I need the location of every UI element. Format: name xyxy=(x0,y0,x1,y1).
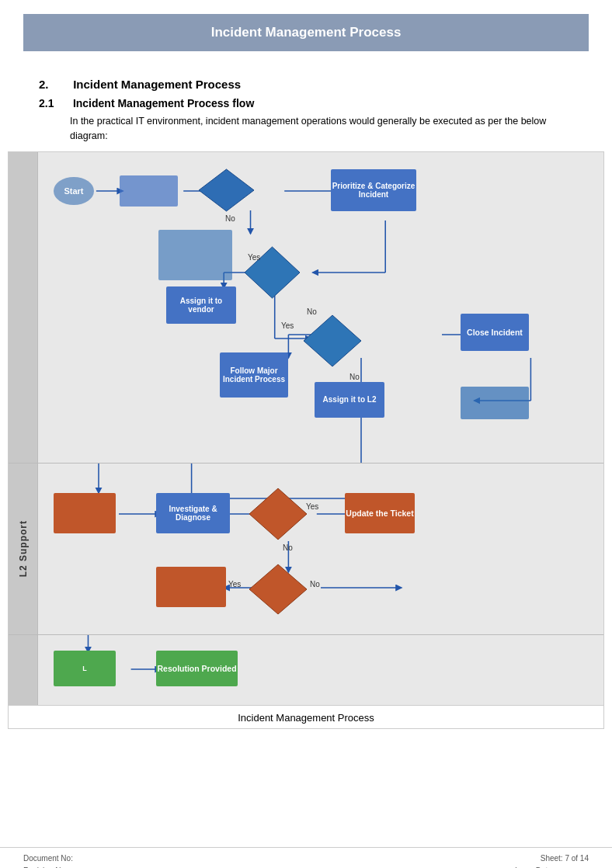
investigate-shape: Investigate & Diagnose xyxy=(156,493,230,533)
l2-flow-area: Investigate & Diagnose Yes Update the Ti… xyxy=(38,464,603,634)
assign-vendor-shape: Assign it to vendor xyxy=(166,286,236,324)
sheet: Sheet: 7 of 14 xyxy=(515,852,589,865)
update-ticket-shape: Update the Ticket xyxy=(345,493,415,533)
footer-right: Sheet: 7 of 14 Issue Date: xx-xxx-xx xyxy=(515,852,589,868)
green-rect: L xyxy=(54,651,116,686)
label-yes4: Yes xyxy=(228,580,241,589)
footer: Document No: Revision No: Sheet: 7 of 14… xyxy=(0,847,612,868)
l2-svg-overlay xyxy=(38,464,603,634)
resolution-shape: Resolution Provided xyxy=(156,651,238,686)
label-yes2: Yes xyxy=(281,321,294,330)
follow-major-shape: Follow Major Incident Process xyxy=(220,352,288,398)
section-21-label: Incident Management Process flow xyxy=(73,97,254,109)
diamond-1 xyxy=(197,168,256,213)
footer-left: Document No: Revision No: xyxy=(23,852,73,868)
section-21-title: 2.1 Incident Management Process flow xyxy=(39,97,573,109)
l2-swimlane-label: L2 Support xyxy=(18,520,29,577)
assign-l2-shape: Assign it to L2 xyxy=(315,382,384,418)
header-title: Incident Management Process xyxy=(211,25,402,40)
svg-marker-30 xyxy=(249,488,307,540)
diamond-4 xyxy=(248,487,308,541)
diagram-caption: Incident Management Process xyxy=(9,705,603,728)
resolution-flow-area: L Resolution Provided xyxy=(38,635,603,705)
svg-marker-18 xyxy=(199,169,254,211)
section-21-num: 2.1 xyxy=(39,97,70,109)
prioritize-shape: Prioritize & Categorize Incident xyxy=(331,169,416,211)
rev-no: Revision No: xyxy=(23,865,73,868)
blurred-rect-right xyxy=(461,387,529,419)
label-no3: No xyxy=(349,373,360,381)
header-bar: Incident Management Process xyxy=(23,14,589,51)
swimlane-container: Start Prioritize & Categorize Incident N… xyxy=(9,152,603,705)
bottom-svg-overlay xyxy=(38,635,603,705)
section-2-title: 2. Incident Management Process xyxy=(39,78,573,91)
page: Incident Management Process 2. Incident … xyxy=(0,14,612,868)
svg-marker-20 xyxy=(304,315,361,366)
start-shape: Start xyxy=(54,177,94,205)
svg-marker-31 xyxy=(249,564,307,614)
description-text: In the practical IT environment, inciden… xyxy=(70,114,573,144)
label-yes1: Yes xyxy=(248,253,260,262)
label-yes3: Yes xyxy=(306,502,318,511)
orange-rect-1 xyxy=(54,493,116,533)
section-2-num: 2. xyxy=(39,78,70,91)
blurred-rect-left xyxy=(158,230,232,280)
label-no5: No xyxy=(310,580,320,589)
doc-no: Document No: xyxy=(23,852,73,865)
close-incident-shape: Close Incident xyxy=(461,314,529,351)
main-flow-area: Start Prioritize & Categorize Incident N… xyxy=(38,152,603,463)
section-2-label: Incident Management Process xyxy=(73,78,241,91)
diamond-3 xyxy=(302,314,363,368)
issue-date: Issue Date: xx-xxx-xx xyxy=(515,865,589,868)
content-area: 2. Incident Management Process 2.1 Incid… xyxy=(0,51,612,144)
label-no4: No xyxy=(283,543,293,552)
diagram-wrapper: Start Prioritize & Categorize Incident N… xyxy=(8,151,604,729)
label-no1: No xyxy=(225,214,235,223)
orange-rect-2 xyxy=(156,567,226,607)
rect-after-start xyxy=(120,175,178,207)
diamond-5 xyxy=(248,563,308,616)
